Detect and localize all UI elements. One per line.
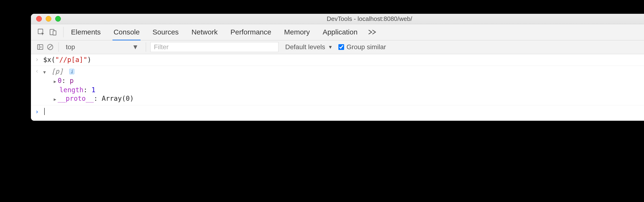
tab-network[interactable]: Network	[190, 25, 218, 39]
divider	[58, 42, 59, 52]
input-marker-icon: ›	[35, 56, 43, 64]
device-toolbar-icon[interactable]	[47, 27, 59, 37]
window-controls	[36, 16, 61, 22]
context-selector[interactable]: top ▼	[62, 43, 142, 51]
context-label: top	[66, 43, 75, 51]
tab-console[interactable]: Console	[112, 25, 140, 40]
window-title: DevTools - localhost:8080/web/	[31, 15, 644, 22]
clear-console-icon[interactable]	[45, 42, 55, 52]
inspect-element-icon[interactable]	[35, 27, 47, 37]
log-levels-selector[interactable]: Default levels ▼	[285, 43, 333, 51]
entry-value: p	[70, 77, 74, 85]
console-prompt-input[interactable]	[43, 108, 644, 116]
minimize-window-button[interactable]	[46, 16, 51, 22]
string-arg: "//p[a]"	[55, 56, 87, 64]
entry-key: length	[60, 86, 84, 94]
svg-rect-6	[38, 45, 43, 49]
fn-name: $x	[43, 56, 51, 64]
expand-toggle-icon[interactable]	[54, 77, 56, 85]
paren-close: )	[87, 56, 91, 64]
info-badge-icon[interactable]: i	[69, 69, 74, 74]
tab-elements[interactable]: Elements	[70, 25, 102, 39]
divider	[146, 42, 146, 52]
paren-open: (	[51, 56, 55, 64]
text-cursor	[44, 108, 45, 115]
console-body: › $x("//p[a]") ‹ [p] i 0: p length: 1	[31, 54, 644, 121]
group-similar-input[interactable]	[338, 44, 344, 50]
console-toolbar: top ▼ Default levels ▼ Group similar	[31, 40, 644, 54]
devtools-window: DevTools - localhost:8080/web/ Elements …	[31, 14, 644, 121]
output-marker-icon: ‹	[35, 67, 43, 75]
titlebar: DevTools - localhost:8080/web/	[31, 14, 644, 24]
svg-line-9	[48, 45, 52, 49]
tab-application[interactable]: Application	[322, 25, 358, 39]
array-children: 0: p length: 1 __proto__: Array(0)	[43, 76, 644, 104]
tab-memory[interactable]: Memory	[283, 25, 311, 39]
chevron-down-icon: ▼	[132, 43, 139, 51]
console-input-row: › $x("//p[a]")	[31, 54, 644, 66]
console-result-row: ‹ [p] i 0: p length: 1 __proto__: Array(…	[31, 66, 644, 105]
entry-key: __proto__	[58, 95, 94, 102]
group-similar-checkbox[interactable]: Group similar	[338, 43, 386, 51]
group-similar-label: Group similar	[346, 43, 386, 51]
log-levels-label: Default levels	[285, 43, 325, 51]
filter-input[interactable]	[150, 42, 278, 52]
entry-value: Array(0)	[102, 95, 134, 102]
console-prompt-row[interactable]: ›	[31, 105, 644, 121]
console-result[interactable]: [p] i 0: p length: 1 __proto__: Array(0)	[43, 67, 644, 104]
entry-value: 1	[91, 86, 95, 94]
console-command: $x("//p[a]")	[43, 56, 644, 64]
toggle-sidebar-icon[interactable]	[35, 42, 45, 52]
array-preview: [p]	[51, 67, 63, 75]
expand-toggle-icon[interactable]	[43, 67, 46, 75]
tab-sources[interactable]: Sources	[152, 25, 180, 39]
expand-toggle-icon[interactable]	[54, 95, 56, 102]
divider	[63, 27, 64, 37]
prompt-marker-icon: ›	[35, 108, 43, 116]
more-tabs-icon[interactable]	[368, 29, 378, 35]
close-window-button[interactable]	[36, 16, 42, 22]
array-entry[interactable]: 0: p	[54, 76, 644, 86]
panel-tabs: Elements Console Sources Network Perform…	[70, 25, 358, 39]
zoom-window-button[interactable]	[55, 16, 61, 22]
tab-performance[interactable]: Performance	[230, 25, 272, 39]
array-entry[interactable]: length: 1	[54, 86, 644, 94]
entry-key: 0	[58, 77, 62, 85]
panel-tabbar: Elements Console Sources Network Perform…	[31, 24, 644, 40]
array-entry[interactable]: __proto__: Array(0)	[54, 94, 644, 104]
chevron-down-icon: ▼	[328, 44, 333, 50]
svg-rect-2	[53, 31, 56, 35]
